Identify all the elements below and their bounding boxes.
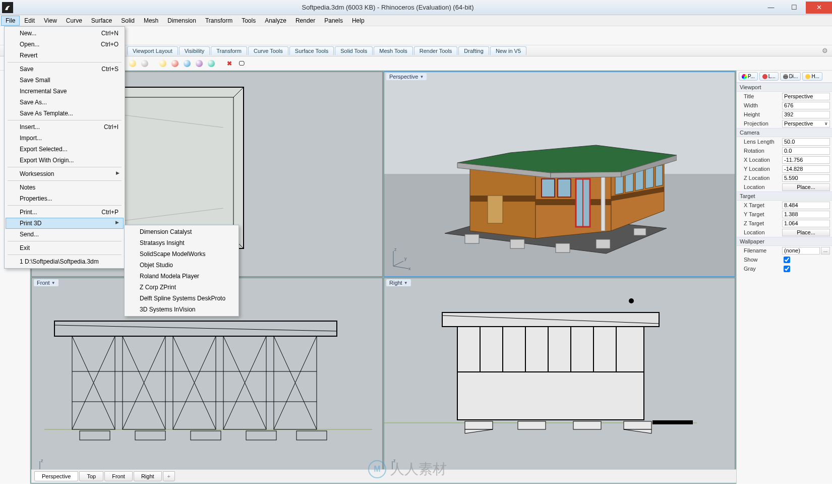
file-menu-item[interactable]: Properties... (6, 193, 124, 204)
tool-monitor-icon[interactable]: 🖵 (236, 58, 247, 69)
menu-curve[interactable]: Curve (62, 16, 87, 26)
menu-render[interactable]: Render (291, 16, 320, 26)
val-projection[interactable]: Perspective∨ (782, 120, 830, 128)
val-ztgt[interactable]: 1.064 (782, 220, 830, 227)
val-xtgt[interactable]: 8.484 (782, 202, 830, 209)
minimize-button[interactable]: — (759, 2, 783, 14)
print3d-menu-item[interactable]: Stratasys Insight (126, 237, 237, 248)
tab-render-tools[interactable]: Render Tools (414, 46, 458, 55)
val-rotation[interactable]: 0.0 (782, 147, 830, 155)
vtab-front[interactable]: Front (104, 471, 133, 481)
val-lens[interactable]: 50.0 (782, 138, 830, 146)
chk-gray[interactable] (782, 265, 830, 273)
print3d-menu-item[interactable]: 3D Systems InVision (126, 304, 237, 315)
gear-icon[interactable]: ⚙ (822, 47, 828, 54)
file-menu-item[interactable]: SaveCtrl+S (6, 64, 124, 75)
proptab-properties[interactable]: P... (739, 72, 758, 81)
file-menu-item[interactable]: Insert...Ctrl+I (6, 121, 124, 133)
file-menu-item[interactable]: Save Small (6, 75, 124, 86)
print3d-menu-item[interactable]: Roland Modela Player (126, 271, 237, 282)
print3d-menu-item[interactable]: Delft Spline Systems DeskProto (126, 293, 237, 304)
menu-view[interactable]: View (39, 16, 62, 26)
menu-edit[interactable]: Edit (20, 16, 39, 26)
file-menu-item[interactable]: Notes (6, 182, 124, 193)
print3d-menu-item[interactable]: Objet Studio (126, 260, 237, 271)
svg-rect-12 (556, 243, 570, 253)
close-button[interactable]: ✕ (806, 2, 832, 14)
print3d-menu-item[interactable]: Z Corp ZPrint (126, 282, 237, 293)
file-menu-item[interactable]: Exit (6, 242, 124, 254)
vtab-top[interactable]: Top (79, 471, 103, 481)
tab-visibility[interactable]: Visibility (179, 46, 210, 55)
tool-shade-gray[interactable] (139, 58, 150, 69)
tool-sphere-3[interactable] (182, 58, 193, 69)
menu-transform[interactable]: Transform (201, 16, 237, 26)
val-zloc[interactable]: 5.590 (782, 174, 830, 182)
tab-surface-tools[interactable]: Surface Tools (289, 46, 334, 55)
tool-sphere-2[interactable] (169, 58, 181, 69)
file-menu-item[interactable]: New...Ctrl+N (6, 28, 124, 39)
file-menu-item[interactable]: Incremental Save (6, 86, 124, 97)
viewport-label-right[interactable]: Right▼ (386, 279, 411, 286)
tool-sphere-4[interactable] (194, 58, 205, 69)
menu-file[interactable]: File (1, 16, 20, 26)
svg-rect-83 (457, 372, 644, 420)
menu-panels[interactable]: Panels (320, 16, 347, 26)
file-menu-item[interactable]: 1 D:\Softpedia\Softpedia.3dm (6, 256, 124, 267)
vtab-perspective[interactable]: Perspective (34, 471, 78, 481)
btn-place-camera[interactable]: Place... (782, 183, 830, 191)
menu-analyze[interactable]: Analyze (260, 16, 291, 26)
tab-viewport-layout[interactable]: Viewport Layout (127, 46, 178, 55)
file-menu-item[interactable]: Send... (6, 229, 124, 240)
print3d-menu-item[interactable]: Dimension Catalyst (126, 226, 237, 237)
print3d-menu-item[interactable]: SolidScape ModelWorks (126, 248, 237, 260)
file-menu-item[interactable]: Export Selected... (6, 144, 124, 155)
menu-surface[interactable]: Surface (87, 16, 116, 26)
val-width[interactable]: 676 (782, 102, 830, 109)
tab-new-v5[interactable]: New in V5 (490, 46, 526, 55)
tool-sphere-5[interactable] (206, 58, 217, 69)
viewport-label-front[interactable]: Front▼ (34, 279, 58, 286)
tab-mesh-tools[interactable]: Mesh Tools (374, 46, 412, 55)
viewport-label-perspective[interactable]: Perspective▼ (386, 73, 427, 80)
menu-tools[interactable]: Tools (237, 16, 260, 26)
tab-curve-tools[interactable]: Curve Tools (248, 46, 288, 55)
file-menu-item[interactable]: Revert (6, 50, 124, 61)
menu-dimension[interactable]: Dimension (163, 16, 201, 26)
menu-mesh[interactable]: Mesh (139, 16, 163, 26)
tool-sphere-1[interactable] (157, 58, 168, 69)
viewport-right[interactable]: Right▼ (384, 278, 735, 483)
file-menu-item[interactable]: Print...Ctrl+P (6, 207, 124, 218)
btn-browse-wallpaper[interactable]: … (821, 247, 830, 255)
file-menu-item[interactable]: Save As... (6, 97, 124, 108)
file-menu-item[interactable]: Print 3D▶ (6, 218, 124, 229)
svg-rect-21 (558, 179, 571, 197)
val-yloc[interactable]: -14.828 (782, 165, 830, 173)
val-height[interactable]: 392 (782, 111, 830, 118)
val-ytgt[interactable]: 1.388 (782, 211, 830, 218)
val-title[interactable]: Perspective (782, 93, 830, 100)
vtab-add[interactable]: + (163, 471, 175, 481)
proptab-display[interactable]: ▭Di... (780, 72, 801, 81)
menu-solid[interactable]: Solid (116, 16, 139, 26)
btn-place-target[interactable]: Place... (782, 229, 830, 236)
viewport-perspective[interactable]: Perspective▼ (384, 72, 735, 277)
file-menu-item[interactable]: Export With Origin... (6, 155, 124, 166)
file-menu-item[interactable]: Open...Ctrl+O (6, 39, 124, 50)
val-xloc[interactable]: -11.756 (782, 156, 830, 164)
file-menu-item[interactable]: Import... (6, 133, 124, 144)
file-menu-item[interactable]: Save As Template... (6, 108, 124, 119)
proptab-help[interactable]: H... (802, 72, 822, 81)
vtab-right[interactable]: Right (134, 471, 162, 481)
tab-drafting[interactable]: Drafting (458, 46, 489, 55)
proptab-layers[interactable]: L... (759, 72, 779, 81)
tool-shade-yellow[interactable] (127, 58, 138, 69)
maximize-button[interactable]: ☐ (783, 2, 806, 14)
val-filename[interactable]: (none) (782, 247, 820, 255)
tab-transform[interactable]: Transform (211, 46, 247, 55)
tab-solid-tools[interactable]: Solid Tools (335, 46, 373, 55)
file-menu-item[interactable]: Worksession▶ (6, 168, 124, 179)
tool-cancel-icon[interactable]: ✖ (224, 58, 235, 69)
menu-help[interactable]: Help (347, 16, 369, 26)
chk-show[interactable] (782, 256, 830, 264)
